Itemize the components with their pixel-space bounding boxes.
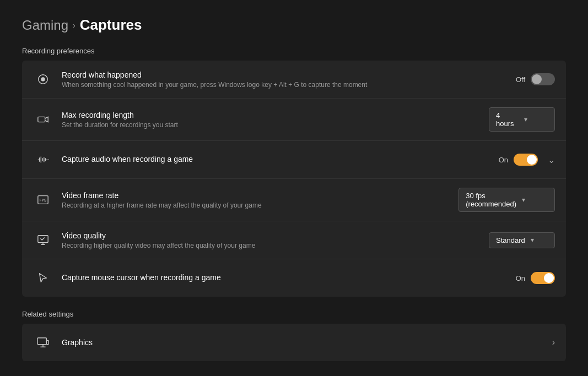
graphics-label: Graphics [62,338,552,347]
video-frame-rate-dropdown-arrow: ▾ [522,196,547,204]
setting-max-recording-length: Max recording length Set the duration fo… [22,99,566,141]
graphics-chevron: › [552,337,555,347]
breadcrumb: Gaming › Captures [22,17,566,34]
capture-audio-toggle-label: On [499,156,508,164]
video-quality-icon [33,230,53,250]
capture-audio-text: Capture audio when recording a game [62,155,499,165]
video-quality-text: Video quality Recording higher quality v… [62,231,489,249]
video-frame-rate-dropdown[interactable]: 30 fps (recommended) ▾ [458,188,555,212]
record-what-happened-label: Record what happened [62,70,516,79]
video-frame-rate-label: Video frame rate [62,191,458,200]
breadcrumb-current: Captures [80,17,142,34]
recording-preferences-title: Recording preferences [22,47,566,55]
record-toggle[interactable] [531,73,555,85]
video-quality-desc: Recording higher quality video may affec… [62,242,489,249]
max-recording-dropdown[interactable]: 4 hours ▾ [489,107,555,132]
capture-audio-control: On ⌄ [499,154,555,166]
video-quality-dropdown-value: Standard [496,236,525,244]
video-quality-dropdown-arrow: ▾ [531,236,547,244]
video-quality-dropdown[interactable]: Standard ▾ [489,232,555,248]
svg-text:FPS: FPS [40,198,47,202]
recording-preferences-group: Record what happened When something cool… [22,61,566,297]
video-frame-rate-icon: FPS [33,190,53,210]
svg-rect-2 [38,117,45,122]
capture-audio-expand[interactable]: ⌄ [548,155,555,165]
breadcrumb-parent[interactable]: Gaming [22,18,68,33]
video-quality-control: Standard ▾ [489,232,555,248]
capture-mouse-icon [33,268,53,288]
video-frame-rate-text: Video frame rate Recording at a higher f… [62,191,458,209]
setting-capture-audio: Capture audio when recording a game On ⌄ [22,141,566,179]
setting-record-what-happened: Record what happened When something cool… [22,61,566,99]
svg-rect-6 [37,338,47,345]
video-quality-label: Video quality [62,231,489,240]
capture-mouse-control: On [516,272,555,284]
record-icon [33,69,53,89]
capture-mouse-text: Capture mouse cursor when recording a ga… [62,273,516,284]
breadcrumb-separator: › [73,21,75,30]
related-graphics[interactable]: Graphics › [22,324,566,361]
max-recording-icon [33,110,53,129]
graphics-icon [33,333,53,352]
max-recording-dropdown-value: 4 hours [496,111,519,128]
record-what-happened-control: Off [516,73,555,85]
setting-video-quality: Video quality Recording higher quality v… [22,221,566,259]
capture-mouse-toggle-label: On [516,274,525,282]
capture-audio-toggle[interactable] [514,154,538,166]
max-recording-text: Max recording length Set the duration fo… [62,111,489,129]
related-settings-title: Related settings [22,310,566,318]
max-recording-desc: Set the duration for recordings you star… [62,121,489,129]
record-what-happened-text: Record what happened When something cool… [62,70,516,89]
capture-mouse-toggle[interactable] [531,272,555,284]
related-settings-group: Graphics › [22,324,566,361]
video-frame-rate-desc: Recording at a higher frame rate may aff… [62,201,458,209]
record-toggle-label: Off [516,75,525,84]
capture-audio-label: Capture audio when recording a game [62,155,499,164]
record-what-happened-desc: When something cool happened in your gam… [62,81,516,89]
setting-capture-mouse: Capture mouse cursor when recording a ga… [22,259,566,297]
max-recording-label: Max recording length [62,111,489,119]
max-recording-control: 4 hours ▾ [489,107,555,132]
video-frame-rate-control: 30 fps (recommended) ▾ [458,188,555,212]
capture-mouse-label: Capture mouse cursor when recording a ga… [62,273,516,282]
max-recording-dropdown-arrow: ▾ [524,116,547,123]
page-container: Gaming › Captures Recording preferences … [0,0,588,376]
capture-audio-icon [33,150,53,170]
svg-rect-7 [46,340,48,344]
video-frame-rate-dropdown-value: 30 fps (recommended) [466,192,516,208]
svg-point-1 [41,77,45,81]
setting-video-frame-rate: FPS Video frame rate Recording at a high… [22,179,566,221]
